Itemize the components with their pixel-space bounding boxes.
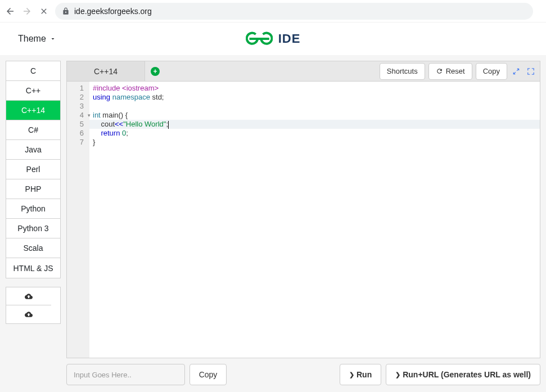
code-line[interactable]: }	[89, 138, 540, 147]
chevron-down-icon	[49, 35, 56, 42]
fullscreen-icon[interactable]	[527, 67, 535, 75]
bottom-bar: Input Goes Here.. Copy ❯ Run ❯ Run+URL (…	[66, 363, 540, 386]
run-button[interactable]: ❯ Run	[340, 364, 381, 385]
language-item[interactable]: Python	[6, 199, 60, 219]
stdin-placeholder: Input Goes Here..	[74, 371, 132, 379]
language-item[interactable]: C++	[6, 81, 60, 101]
language-list: CC++C++14C#JavaPerlPHPPythonPython 3Scal…	[6, 61, 61, 278]
upload-button-2[interactable]	[6, 305, 51, 323]
code-line[interactable]: #include <iostream>	[89, 84, 540, 93]
line-number: 3	[67, 102, 89, 111]
plus-icon: +	[151, 67, 160, 76]
expand-icon[interactable]	[512, 67, 520, 75]
line-gutter: 1234▾567	[67, 82, 89, 358]
language-item[interactable]: PHP	[6, 179, 60, 199]
toolbar-actions: Shortcuts Reset Copy	[380, 63, 540, 80]
editor-tab[interactable]: C++14	[67, 61, 145, 82]
line-number: 1	[67, 84, 89, 93]
reset-button[interactable]: Reset	[428, 63, 472, 80]
theme-label: Theme	[18, 34, 46, 44]
language-item[interactable]: Python 3	[6, 219, 60, 238]
editor-area: C++14 + Shortcuts Reset Copy 1234▾567 #i…	[66, 61, 540, 386]
copy-button[interactable]: Copy	[476, 63, 507, 80]
chevron-right-icon: ❯	[349, 371, 354, 379]
code-line[interactable]: int main() {	[89, 111, 540, 120]
main-area: CC++C++14C#JavaPerlPHPPythonPython 3Scal…	[0, 55, 546, 392]
cloud-upload-icon	[25, 310, 33, 318]
copy-output-button[interactable]: Copy	[189, 364, 227, 385]
run-url-label: Run+URL (Generates URL as well)	[403, 370, 531, 379]
upload-area	[6, 287, 61, 324]
code-editor[interactable]: 1234▾567 #include <iostream>using namesp…	[66, 81, 540, 358]
shortcuts-button[interactable]: Shortcuts	[380, 63, 425, 80]
run-label: Run	[357, 370, 372, 379]
editor-tabs: C++14 + Shortcuts Reset Copy	[66, 61, 540, 81]
theme-dropdown[interactable]: Theme	[18, 34, 56, 44]
close-icon	[39, 7, 48, 16]
line-number: 4▾	[67, 111, 89, 120]
browser-bar: ide.geeksforgeeks.org	[0, 0, 546, 22]
stop-button[interactable]	[38, 6, 49, 17]
line-number: 7	[67, 138, 89, 147]
language-item[interactable]: C#	[6, 120, 60, 140]
arrow-left-icon	[5, 6, 15, 16]
line-number: 5	[67, 120, 89, 129]
code-line[interactable]: cout<<"Hello World";	[89, 120, 540, 129]
language-item[interactable]: Java	[6, 140, 60, 160]
chevron-right-icon: ❯	[395, 371, 400, 379]
language-item[interactable]: Perl	[6, 160, 60, 179]
url-bar[interactable]: ide.geeksforgeeks.org	[55, 3, 533, 20]
url-text: ide.geeksforgeeks.org	[74, 7, 152, 16]
code-line[interactable]: using namespace std;	[89, 93, 540, 102]
text-cursor	[168, 121, 169, 129]
back-button[interactable]	[4, 6, 16, 17]
upload-button-1[interactable]	[6, 287, 51, 305]
add-tab-button[interactable]: +	[145, 61, 165, 82]
sidebar: CC++C++14C#JavaPerlPHPPythonPython 3Scal…	[6, 61, 61, 386]
run-url-button[interactable]: ❯ Run+URL (Generates URL as well)	[386, 364, 540, 385]
app-header: Theme IDE	[0, 22, 546, 55]
reset-label: Reset	[446, 67, 465, 75]
code-content[interactable]: #include <iostream>using namespace std;i…	[89, 82, 540, 358]
code-line[interactable]	[89, 102, 540, 111]
cloud-upload-icon	[25, 292, 33, 300]
fold-icon[interactable]: ▾	[88, 112, 91, 118]
line-number: 6	[67, 129, 89, 138]
forward-button[interactable]	[21, 6, 33, 17]
line-number: 2	[67, 93, 89, 102]
gfg-logo-icon	[246, 30, 273, 47]
language-item[interactable]: C++14	[6, 101, 60, 120]
lock-icon	[62, 7, 70, 15]
language-item[interactable]: C	[6, 61, 60, 81]
stdin-input[interactable]: Input Goes Here..	[66, 364, 185, 385]
refresh-icon	[436, 67, 443, 75]
brand-logo[interactable]: IDE	[246, 30, 301, 47]
language-item[interactable]: Scala	[6, 238, 60, 258]
language-item[interactable]: HTML & JS	[6, 258, 60, 278]
arrow-right-icon	[22, 6, 32, 16]
code-line[interactable]: return 0;	[89, 129, 540, 138]
brand-text: IDE	[278, 31, 301, 46]
